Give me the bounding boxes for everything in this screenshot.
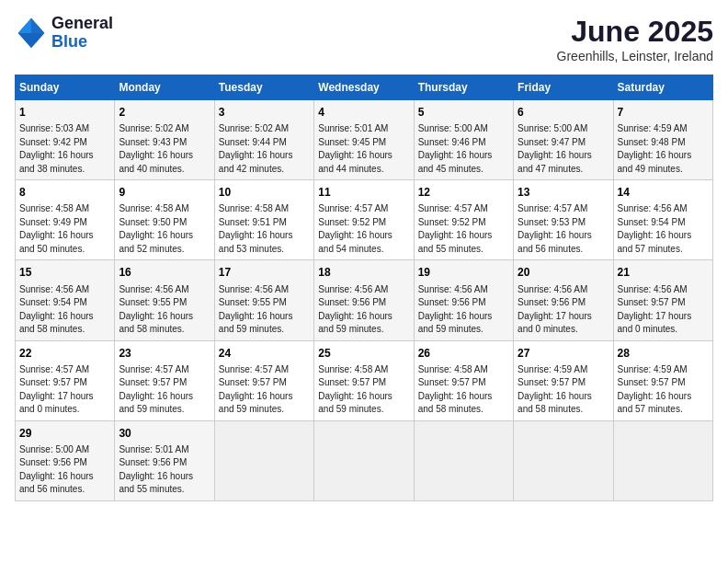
- logo-icon: [15, 17, 48, 50]
- header: General Blue June 2025 Greenhills, Leins…: [15, 15, 713, 63]
- calendar-cell: 12Sunrise: 4:57 AMSunset: 9:52 PMDayligh…: [414, 180, 513, 260]
- day-number: 8: [19, 185, 110, 200]
- day-info: Sunrise: 4:57 AMSunset: 9:57 PMDaylight:…: [19, 364, 94, 415]
- calendar-cell: [214, 420, 313, 500]
- day-number: 19: [418, 265, 509, 280]
- day-info: Sunrise: 4:57 AMSunset: 9:52 PMDaylight:…: [318, 203, 392, 254]
- calendar-cell: 17Sunrise: 4:56 AMSunset: 9:55 PMDayligh…: [214, 260, 313, 340]
- day-number: 18: [318, 265, 409, 280]
- week-row-2: 8Sunrise: 4:58 AMSunset: 9:49 PMDaylight…: [16, 180, 713, 260]
- calendar-cell: 18Sunrise: 4:56 AMSunset: 9:56 PMDayligh…: [314, 260, 414, 340]
- calendar-cell: 5Sunrise: 5:00 AMSunset: 9:46 PMDaylight…: [414, 100, 513, 180]
- day-number: 3: [219, 105, 310, 120]
- logo-text: General Blue: [51, 15, 113, 52]
- day-number: 25: [318, 346, 409, 361]
- calendar-cell: 13Sunrise: 4:57 AMSunset: 9:53 PMDayligh…: [514, 180, 613, 260]
- svg-marker-1: [31, 18, 44, 33]
- day-info: Sunrise: 4:56 AMSunset: 9:55 PMDaylight:…: [219, 284, 293, 335]
- week-row-4: 22Sunrise: 4:57 AMSunset: 9:57 PMDayligh…: [16, 340, 713, 420]
- calendar-cell: 7Sunrise: 4:59 AMSunset: 9:48 PMDaylight…: [613, 100, 712, 180]
- day-number: 22: [19, 346, 110, 361]
- day-number: 26: [418, 346, 509, 361]
- day-number: 17: [219, 265, 310, 280]
- day-number: 14: [618, 185, 709, 200]
- calendar-cell: 15Sunrise: 4:56 AMSunset: 9:54 PMDayligh…: [16, 260, 115, 340]
- day-info: Sunrise: 5:01 AMSunset: 9:45 PMDaylight:…: [318, 123, 392, 174]
- page-container: General Blue June 2025 Greenhills, Leins…: [15, 15, 713, 501]
- day-number: 4: [318, 105, 409, 120]
- day-number: 10: [219, 185, 310, 200]
- day-number: 23: [119, 346, 210, 361]
- day-info: Sunrise: 5:03 AMSunset: 9:42 PMDaylight:…: [19, 123, 94, 174]
- calendar-cell: 14Sunrise: 4:56 AMSunset: 9:54 PMDayligh…: [613, 180, 712, 260]
- day-info: Sunrise: 5:01 AMSunset: 9:56 PMDaylight:…: [119, 444, 193, 495]
- logo: General Blue: [15, 15, 113, 52]
- day-info: Sunrise: 4:57 AMSunset: 9:52 PMDaylight:…: [418, 203, 493, 254]
- svg-marker-2: [18, 18, 31, 33]
- week-row-1: 1Sunrise: 5:03 AMSunset: 9:42 PMDaylight…: [16, 100, 713, 180]
- day-info: Sunrise: 4:59 AMSunset: 9:57 PMDaylight:…: [518, 364, 592, 415]
- calendar-cell: 6Sunrise: 5:00 AMSunset: 9:47 PMDaylight…: [514, 100, 613, 180]
- calendar-cell: 11Sunrise: 4:57 AMSunset: 9:52 PMDayligh…: [314, 180, 414, 260]
- day-info: Sunrise: 5:00 AMSunset: 9:47 PMDaylight:…: [518, 123, 592, 174]
- month-title: June 2025: [557, 15, 713, 49]
- day-info: Sunrise: 5:02 AMSunset: 9:44 PMDaylight:…: [219, 123, 293, 174]
- calendar-header: SundayMondayTuesdayWednesdayThursdayFrid…: [16, 75, 713, 100]
- day-info: Sunrise: 4:56 AMSunset: 9:54 PMDaylight:…: [618, 203, 692, 254]
- calendar-cell: 25Sunrise: 4:58 AMSunset: 9:57 PMDayligh…: [314, 340, 414, 420]
- calendar-cell: 27Sunrise: 4:59 AMSunset: 9:57 PMDayligh…: [514, 340, 613, 420]
- calendar-cell: 30Sunrise: 5:01 AMSunset: 9:56 PMDayligh…: [115, 420, 214, 500]
- title-block: June 2025 Greenhills, Leinster, Ireland: [557, 15, 713, 63]
- day-info: Sunrise: 4:56 AMSunset: 9:56 PMDaylight:…: [518, 284, 592, 335]
- calendar-cell: [514, 420, 613, 500]
- logo-blue-text: Blue: [51, 33, 113, 52]
- day-number: 30: [119, 426, 210, 441]
- day-info: Sunrise: 4:58 AMSunset: 9:50 PMDaylight:…: [119, 203, 193, 254]
- day-number: 9: [119, 185, 210, 200]
- day-info: Sunrise: 4:58 AMSunset: 9:57 PMDaylight:…: [318, 364, 392, 415]
- day-number: 21: [618, 265, 709, 280]
- header-day-wednesday: Wednesday: [314, 75, 414, 100]
- header-day-saturday: Saturday: [613, 75, 712, 100]
- calendar-cell: [314, 420, 414, 500]
- calendar-cell: 21Sunrise: 4:56 AMSunset: 9:57 PMDayligh…: [613, 260, 712, 340]
- calendar-cell: [414, 420, 513, 500]
- day-info: Sunrise: 4:56 AMSunset: 9:54 PMDaylight:…: [19, 284, 94, 335]
- logo-general-text: General: [51, 15, 113, 33]
- calendar-cell: 1Sunrise: 5:03 AMSunset: 9:42 PMDaylight…: [16, 100, 115, 180]
- calendar-table: SundayMondayTuesdayWednesdayThursdayFrid…: [15, 75, 713, 501]
- day-info: Sunrise: 4:57 AMSunset: 9:57 PMDaylight:…: [219, 364, 293, 415]
- day-number: 27: [518, 346, 609, 361]
- calendar-cell: 10Sunrise: 4:58 AMSunset: 9:51 PMDayligh…: [214, 180, 313, 260]
- day-info: Sunrise: 4:58 AMSunset: 9:51 PMDaylight:…: [219, 203, 293, 254]
- calendar-cell: 4Sunrise: 5:01 AMSunset: 9:45 PMDaylight…: [314, 100, 414, 180]
- header-day-monday: Monday: [115, 75, 214, 100]
- day-number: 20: [518, 265, 609, 280]
- calendar-body: 1Sunrise: 5:03 AMSunset: 9:42 PMDaylight…: [16, 100, 713, 501]
- day-number: 1: [19, 105, 110, 120]
- header-day-friday: Friday: [514, 75, 613, 100]
- day-info: Sunrise: 4:59 AMSunset: 9:57 PMDaylight:…: [618, 364, 692, 415]
- day-number: 24: [219, 346, 310, 361]
- calendar-cell: 20Sunrise: 4:56 AMSunset: 9:56 PMDayligh…: [514, 260, 613, 340]
- calendar-cell: 8Sunrise: 4:58 AMSunset: 9:49 PMDaylight…: [16, 180, 115, 260]
- day-number: 5: [418, 105, 509, 120]
- week-row-3: 15Sunrise: 4:56 AMSunset: 9:54 PMDayligh…: [16, 260, 713, 340]
- calendar-cell: 29Sunrise: 5:00 AMSunset: 9:56 PMDayligh…: [16, 420, 115, 500]
- day-info: Sunrise: 5:00 AMSunset: 9:46 PMDaylight:…: [418, 123, 493, 174]
- day-number: 13: [518, 185, 609, 200]
- day-info: Sunrise: 4:57 AMSunset: 9:57 PMDaylight:…: [119, 364, 193, 415]
- day-number: 11: [318, 185, 409, 200]
- day-info: Sunrise: 4:58 AMSunset: 9:49 PMDaylight:…: [19, 203, 94, 254]
- day-number: 6: [518, 105, 609, 120]
- calendar-cell: 9Sunrise: 4:58 AMSunset: 9:50 PMDaylight…: [115, 180, 214, 260]
- day-info: Sunrise: 4:57 AMSunset: 9:53 PMDaylight:…: [518, 203, 592, 254]
- day-number: 16: [119, 265, 210, 280]
- day-info: Sunrise: 4:56 AMSunset: 9:56 PMDaylight:…: [318, 284, 392, 335]
- day-info: Sunrise: 4:58 AMSunset: 9:57 PMDaylight:…: [418, 364, 493, 415]
- day-info: Sunrise: 4:56 AMSunset: 9:56 PMDaylight:…: [418, 284, 493, 335]
- header-row: SundayMondayTuesdayWednesdayThursdayFrid…: [16, 75, 713, 100]
- week-row-5: 29Sunrise: 5:00 AMSunset: 9:56 PMDayligh…: [16, 420, 713, 500]
- day-number: 28: [618, 346, 709, 361]
- calendar-cell: [613, 420, 712, 500]
